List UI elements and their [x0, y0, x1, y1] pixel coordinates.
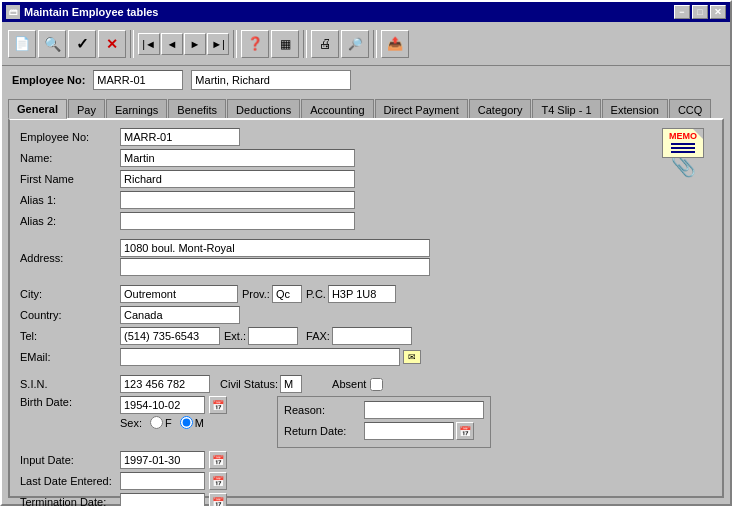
close-btn[interactable]: ✕ — [710, 5, 726, 19]
address-field[interactable] — [120, 239, 430, 257]
absent-checkbox[interactable] — [370, 378, 383, 391]
memo-label: MEMO — [669, 131, 697, 141]
row-tel: Tel: Ext.: FAX: — [20, 327, 712, 345]
row-alias2: Alias 2: — [20, 212, 712, 230]
termination-group: 📅 — [120, 493, 227, 506]
memo-box[interactable]: MEMO 📎 — [658, 128, 708, 178]
tab-extension[interactable]: Extension — [602, 99, 668, 119]
next-btn[interactable]: ► — [184, 33, 206, 55]
prev-btn[interactable]: ◄ — [161, 33, 183, 55]
maximize-btn[interactable]: □ — [692, 5, 708, 19]
pc-label: P.C. — [306, 288, 326, 300]
last-date-field[interactable] — [120, 472, 205, 490]
row-city: City: Prov.: P.C. — [20, 285, 712, 303]
toolbar: 📄 🔍 ✓ ✕ |◄ ◄ ► ►| ❓ ▦ 🖨 🔎 📤 — [2, 22, 730, 66]
tab-earnings[interactable]: Earnings — [106, 99, 167, 119]
window-icon: 🗃 — [6, 5, 20, 19]
sin-field[interactable] — [120, 375, 210, 393]
alias1-label: Alias 1: — [20, 194, 120, 206]
memo-note: MEMO — [662, 128, 704, 158]
new-document-btn[interactable]: 📄 — [8, 30, 36, 58]
return-date-row: Return Date: 📅 — [284, 422, 484, 440]
tab-category[interactable]: Category — [469, 99, 532, 119]
termination-cal-btn[interactable]: 📅 — [209, 493, 227, 506]
address-label: Address: — [20, 252, 120, 264]
tab-deductions[interactable]: Deductions — [227, 99, 300, 119]
tab-ccq[interactable]: CCQ — [669, 99, 711, 119]
return-date-field[interactable] — [364, 422, 454, 440]
print-btn[interactable]: 🖨 — [311, 30, 339, 58]
termination-field[interactable] — [120, 493, 205, 506]
sex-f-item: F — [150, 416, 172, 429]
export-btn[interactable]: 📤 — [381, 30, 409, 58]
input-date-field[interactable] — [120, 451, 205, 469]
input-date-cal-btn[interactable]: 📅 — [209, 451, 227, 469]
employee-no-input[interactable] — [93, 70, 183, 90]
memo-line-1 — [671, 143, 695, 145]
absent-label: Absent — [332, 378, 366, 390]
pc-field[interactable] — [328, 285, 396, 303]
country-field[interactable] — [120, 306, 240, 324]
address2-field[interactable] — [120, 258, 430, 276]
tab-general[interactable]: General — [8, 99, 67, 119]
sex-m-item: M — [180, 416, 204, 429]
fax-label: FAX: — [306, 330, 330, 342]
birth-date-cal-btn[interactable]: 📅 — [209, 396, 227, 414]
row-sin: S.I.N. Civil Status: Absent — [20, 375, 712, 393]
emp-no-field[interactable] — [120, 128, 240, 146]
sex-f-radio[interactable] — [150, 416, 163, 429]
row-birth-sex: Birth Date: 📅 Sex: F — [20, 396, 712, 448]
employee-no-label: Employee No: — [12, 74, 85, 86]
return-date-cal-btn[interactable]: 📅 — [456, 422, 474, 440]
tab-t4-slip[interactable]: T4 Slip - 1 — [532, 99, 600, 119]
preview-btn[interactable]: 🔎 — [341, 30, 369, 58]
city-label: City: — [20, 288, 120, 300]
email-field[interactable] — [120, 348, 400, 366]
sex-label: Sex: — [120, 417, 142, 429]
reason-field[interactable] — [364, 401, 484, 419]
tab-benefits[interactable]: Benefits — [168, 99, 226, 119]
separator-4 — [373, 30, 377, 58]
row-country: Country: — [20, 306, 712, 324]
row-emp-no: Employee No: — [20, 128, 712, 146]
row-input-date: Input Date: 📅 — [20, 451, 712, 469]
help-btn[interactable]: ❓ — [241, 30, 269, 58]
alias2-field[interactable] — [120, 212, 355, 230]
delete-btn[interactable]: ✕ — [98, 30, 126, 58]
birth-date-field[interactable] — [120, 396, 205, 414]
prov-field[interactable] — [272, 285, 302, 303]
memo-line-2 — [671, 147, 695, 149]
sex-m-label: M — [195, 417, 204, 429]
email-icon[interactable]: ✉ — [403, 350, 421, 364]
main-window: 🗃 Maintain Employee tables − □ ✕ 📄 🔍 ✓ ✕… — [0, 0, 732, 506]
tab-direct-payment[interactable]: Direct Payment — [375, 99, 468, 119]
ext-field[interactable] — [248, 327, 298, 345]
employee-name-input[interactable] — [191, 70, 351, 90]
grid-btn[interactable]: ▦ — [271, 30, 299, 58]
last-btn[interactable]: ►| — [207, 33, 229, 55]
tel-label: Tel: — [20, 330, 120, 342]
sex-f-label: F — [165, 417, 172, 429]
civil-field[interactable] — [280, 375, 302, 393]
first-btn[interactable]: |◄ — [138, 33, 160, 55]
last-date-label: Last Date Entered: — [20, 475, 120, 487]
birth-date-row: 📅 — [120, 396, 227, 414]
last-date-group: 📅 — [120, 472, 227, 490]
search-btn[interactable]: 🔍 — [38, 30, 66, 58]
row-termination: Termination Date: 📅 — [20, 493, 712, 506]
alias1-field[interactable] — [120, 191, 355, 209]
minimize-btn[interactable]: − — [674, 5, 690, 19]
last-date-cal-btn[interactable]: 📅 — [209, 472, 227, 490]
check-btn[interactable]: ✓ — [68, 30, 96, 58]
ext-label: Ext.: — [224, 330, 246, 342]
city-field[interactable] — [120, 285, 238, 303]
tel-field[interactable] — [120, 327, 220, 345]
sex-m-radio[interactable] — [180, 416, 193, 429]
name-field[interactable] — [120, 149, 355, 167]
tab-pay[interactable]: Pay — [68, 99, 105, 119]
first-name-field[interactable] — [120, 170, 355, 188]
tab-accounting[interactable]: Accounting — [301, 99, 373, 119]
reason-label: Reason: — [284, 404, 364, 416]
row-last-date: Last Date Entered: 📅 — [20, 472, 712, 490]
fax-field[interactable] — [332, 327, 412, 345]
